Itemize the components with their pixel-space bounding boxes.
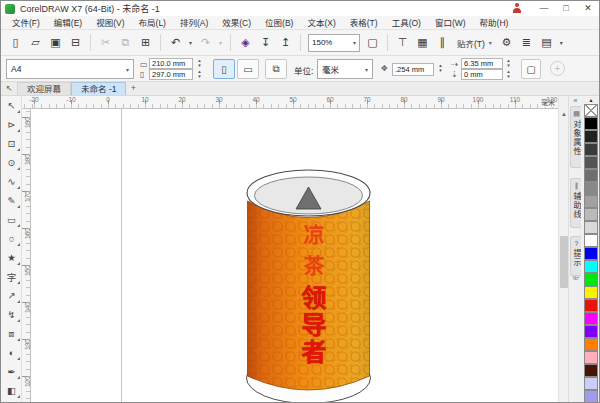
print-button[interactable]: ⊟	[66, 33, 85, 52]
artistic-media-tool[interactable]: ✎	[1, 191, 22, 210]
save-button[interactable]: ▣	[46, 33, 65, 52]
page-size-preset-select[interactable]: A4▾	[6, 59, 134, 79]
copy-button[interactable]: ⧉	[116, 33, 135, 52]
can-label-small[interactable]: 凉茶	[297, 224, 327, 286]
search-content-button[interactable]: ◈	[236, 33, 255, 52]
swatch-blue[interactable]	[584, 247, 598, 260]
connector-tool[interactable]: ↯	[1, 305, 22, 324]
swatch-30-percent-black[interactable]	[584, 208, 598, 221]
vertical-scrollbar[interactable]: ▲	[558, 96, 568, 403]
close-button[interactable]: ✕	[577, 1, 599, 16]
rectangle-tool[interactable]: ▭	[1, 210, 22, 229]
document-tab[interactable]: 未命名 -1	[71, 82, 126, 95]
menu-window[interactable]: 窗口(W)	[428, 16, 473, 30]
swatch-white[interactable]	[584, 234, 598, 247]
swatch-light-blue[interactable]	[584, 390, 598, 403]
window-borders-button[interactable]: ≣	[517, 33, 536, 52]
swatch-70-percent-black[interactable]	[584, 156, 598, 169]
sign-in-user-icon[interactable]	[511, 3, 523, 14]
menu-text[interactable]: 文本(X)	[300, 16, 342, 30]
swatch-60-percent-black[interactable]	[584, 169, 598, 182]
duplicate-y-input[interactable]	[461, 69, 503, 80]
page-height-stepper[interactable]: ▲▼	[195, 69, 204, 79]
undo-dropdown[interactable]: ▾	[186, 39, 195, 46]
units-select[interactable]: 毫米▾	[317, 59, 373, 79]
cut-button[interactable]: ✂	[96, 33, 115, 52]
parallel-dimension-tool[interactable]: ↗	[1, 286, 22, 305]
redo-button[interactable]: ↷	[196, 33, 215, 52]
drop-shadow-tool[interactable]: ⧈	[1, 324, 22, 343]
swatch-pink[interactable]	[584, 351, 598, 364]
nudge-offset-input[interactable]	[392, 63, 434, 76]
duplicate-y-stepper[interactable]: ▲▼	[504, 69, 513, 79]
fullscreen-preview-button[interactable]: ▢	[363, 33, 382, 52]
color-eyedropper-tool[interactable]: ✒	[1, 362, 22, 381]
document-navigation-icon[interactable]: ↖	[1, 82, 17, 95]
swatch-80-percent-black[interactable]	[584, 143, 598, 156]
portrait-button[interactable]: ▯	[213, 59, 235, 79]
all-pages-button[interactable]: ⧉	[265, 59, 287, 79]
menu-layout[interactable]: 布局(L)	[132, 16, 173, 30]
swatch-pale-lavender[interactable]	[584, 377, 598, 390]
can-label-big[interactable]: 领导者	[294, 285, 330, 366]
show-grid-button[interactable]: ▦	[413, 33, 432, 52]
page-height-input[interactable]	[149, 69, 193, 80]
menu-help[interactable]: 帮助(H)	[473, 16, 516, 30]
application-launcher-button[interactable]: ▤	[537, 33, 556, 52]
minimize-button[interactable]: —	[533, 1, 555, 16]
swatch-black[interactable]	[584, 117, 598, 130]
landscape-button[interactable]: ▭	[237, 59, 259, 79]
swatch-red[interactable]	[584, 299, 598, 312]
menu-view[interactable]: 视图(V)	[89, 16, 131, 30]
open-button[interactable]: ▱	[26, 33, 45, 52]
freehand-tool[interactable]: ∿	[1, 172, 22, 191]
show-rulers-button[interactable]: ⊤	[393, 33, 412, 52]
swatch-orange[interactable]	[584, 338, 598, 351]
menu-tools[interactable]: 工具(O)	[385, 16, 428, 30]
menu-file[interactable]: 文件(F)	[5, 16, 47, 30]
zoom-tool[interactable]: ⊙	[1, 153, 22, 172]
interactive-fill-tool[interactable]: ◧	[1, 381, 22, 400]
swatch-90-percent-black[interactable]	[584, 130, 598, 143]
application-launcher-dropdown[interactable]: ▾	[557, 39, 566, 46]
swatch-purple[interactable]	[584, 325, 598, 338]
treat-as-filled-button[interactable]: ▢	[521, 59, 541, 79]
undo-button[interactable]: ↶	[166, 33, 185, 52]
menu-edit[interactable]: 编辑(E)	[47, 16, 89, 30]
scrollbar-thumb[interactable]	[560, 236, 568, 288]
swatch-no-fill[interactable]	[584, 104, 598, 117]
swatch-10-percent-black[interactable]	[584, 221, 598, 234]
page-width-stepper[interactable]: ▲▼	[195, 58, 204, 68]
crop-tool[interactable]: ⊡	[1, 134, 22, 153]
new-tab-button[interactable]: +	[126, 82, 140, 95]
palette-scroll-up-icon[interactable]: ▲	[581, 97, 600, 103]
zoom-level-combo[interactable]: 150%▾	[308, 34, 360, 52]
export-button[interactable]: ↥	[276, 33, 295, 52]
swatch-40-percent-black[interactable]	[584, 195, 598, 208]
welcome-screen-tab[interactable]: 欢迎屏幕	[17, 82, 71, 95]
vertical-ruler[interactable]: 190180170160150140130120	[22, 109, 31, 403]
swatch-yellow[interactable]	[584, 286, 598, 299]
ellipse-tool[interactable]: ○	[1, 229, 22, 248]
swatch-cyan[interactable]	[584, 260, 598, 273]
nudge-offset-stepper[interactable]: ▲▼	[436, 63, 445, 73]
horizontal-ruler[interactable]: 毫米 -20-100102030405060708090100110120130	[23, 96, 558, 109]
redo-dropdown[interactable]: ▾	[216, 39, 225, 46]
show-guidelines-button[interactable]: ∥	[433, 33, 452, 52]
new-document-button[interactable]: ▯	[6, 33, 25, 52]
import-button[interactable]: ↧	[256, 33, 275, 52]
menu-table[interactable]: 表格(T)	[343, 16, 385, 30]
transparency-tool[interactable]: ◐	[1, 343, 22, 362]
duplicate-x-input[interactable]	[461, 58, 503, 69]
text-tool[interactable]: 字	[1, 267, 22, 286]
snap-to-button[interactable]: 贴齐(T)▾	[453, 34, 496, 52]
menu-arrange[interactable]: 排列(A)	[173, 16, 215, 30]
maximize-button[interactable]: □	[555, 1, 577, 16]
paste-button[interactable]: ⊞	[136, 33, 155, 52]
shape-tool[interactable]: ⊳	[1, 115, 22, 134]
pick-tool[interactable]: ↖	[1, 96, 22, 115]
options-button[interactable]: ⚙	[497, 33, 516, 52]
menu-effects[interactable]: 效果(C)	[215, 16, 258, 30]
drawing-canvas[interactable]: 凉茶 领导者	[31, 109, 558, 403]
duplicate-x-stepper[interactable]: ▲▼	[504, 58, 513, 68]
